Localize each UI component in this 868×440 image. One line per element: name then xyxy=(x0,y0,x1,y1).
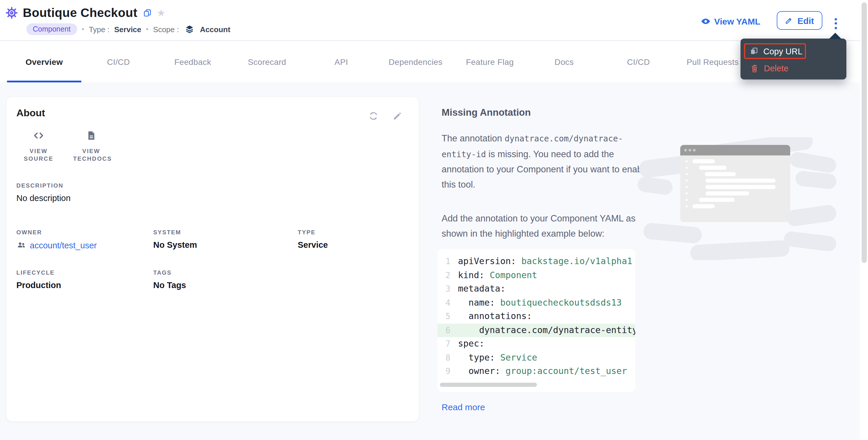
yaml-code-block: 1apiVersion: backstage.io/v1alpha1 2kind… xyxy=(437,249,635,392)
view-techdocs-label: VIEW TECHDOCS xyxy=(73,147,110,163)
tab-pull-requests[interactable]: Pull Requests xyxy=(676,41,750,82)
component-gear-icon xyxy=(5,6,18,19)
view-yaml-button[interactable]: View YAML xyxy=(701,16,761,26)
scope-value: Account xyxy=(200,25,230,34)
tab-scorecard[interactable]: Scorecard xyxy=(230,41,304,82)
type-field-value: Service xyxy=(298,240,409,249)
owner-value: account/test_user xyxy=(30,240,97,250)
description-label: DESCRIPTION xyxy=(17,182,419,189)
code-line-6-highlighted: 6 dynatrace.com/dynatrace-entity-id: xyxy=(437,324,635,337)
docs-icon xyxy=(86,130,96,141)
lifecycle-label: LIFECYCLE xyxy=(17,269,153,276)
menu-item-copy-url[interactable]: Copy URL xyxy=(744,43,806,59)
edit-about-pencil-icon[interactable] xyxy=(393,111,402,121)
code-horizontal-scrollbar[interactable] xyxy=(440,382,633,386)
entity-meta-row: Component • Type : Service • Scope : Acc… xyxy=(26,23,230,35)
tab-feedback[interactable]: Feedback xyxy=(156,41,230,82)
trash-icon xyxy=(750,64,758,73)
missing-annotation-panel: Missing Annotation The annotation dynatr… xyxy=(442,107,653,412)
page: Boutique Checkout ★ Component • Type : S… xyxy=(0,0,868,440)
lifecycle-value: Production xyxy=(17,280,153,290)
pencil-icon xyxy=(785,16,794,25)
view-techdocs-link[interactable]: VIEW TECHDOCS xyxy=(69,130,114,163)
about-fields-grid: OWNER account/test_user SYSTEM No System xyxy=(6,229,419,290)
system-field: SYSTEM No System xyxy=(153,229,298,250)
entity-tabs: Overview CI/CD Feedback Scorecard API De… xyxy=(0,41,868,82)
system-label: SYSTEM xyxy=(153,229,298,235)
code-icon xyxy=(33,130,44,141)
annotation-instruction: Add the annotation to your Component YAM… xyxy=(442,211,650,241)
eye-icon xyxy=(701,16,711,26)
tab-api[interactable]: API xyxy=(304,41,378,82)
owner-link[interactable]: account/test_user xyxy=(17,240,153,250)
code-line-8: 8 type: Service xyxy=(437,351,635,365)
view-source-link[interactable]: VIEW SOURCE xyxy=(17,130,61,163)
tab-feature-flag[interactable]: Feature Flag xyxy=(453,41,527,82)
about-title: About xyxy=(17,107,45,119)
overview-content: About xyxy=(0,82,860,440)
delete-label: Delete xyxy=(764,64,788,73)
tags-field: TAGS No Tags xyxy=(153,269,298,290)
lifecycle-field: LIFECYCLE Production xyxy=(17,269,153,290)
owner-field: OWNER account/test_user xyxy=(17,229,153,250)
kind-badge: Component xyxy=(26,23,77,35)
copy-name-icon[interactable] xyxy=(143,9,152,17)
tab-overview[interactable]: Overview xyxy=(7,41,81,82)
read-more-link[interactable]: Read more xyxy=(442,402,485,412)
refresh-icon[interactable] xyxy=(369,111,378,121)
owner-label: OWNER xyxy=(17,229,153,235)
view-source-label: VIEW SOURCE xyxy=(21,147,57,163)
about-card: About xyxy=(6,97,419,421)
code-scrollbar-thumb[interactable] xyxy=(440,382,537,386)
copy-url-label: Copy URL xyxy=(763,46,803,56)
separator-dot: • xyxy=(146,25,148,33)
more-options-menu: Copy URL Delete xyxy=(741,39,846,79)
tab-cicd-2[interactable]: CI/CD xyxy=(601,41,676,82)
tags-value: No Tags xyxy=(153,280,298,290)
edit-label: Edit xyxy=(798,15,814,26)
menu-item-delete[interactable]: Delete xyxy=(750,64,788,73)
separator-dot: • xyxy=(82,25,84,33)
vertical-scrollbar-thumb[interactable] xyxy=(861,2,867,263)
scope-label: Scope : xyxy=(153,25,179,34)
entity-header: Boutique Checkout ★ Component • Type : S… xyxy=(0,0,868,40)
tab-dependencies[interactable]: Dependencies xyxy=(378,41,453,82)
favorite-star-icon[interactable]: ★ xyxy=(157,8,166,18)
illustration-window xyxy=(680,145,790,222)
browser-window-illustration xyxy=(638,137,836,260)
code-line-2: 2kind: Component xyxy=(437,269,635,282)
type-value: Service xyxy=(114,25,142,34)
type-field-label: TYPE xyxy=(298,229,409,235)
page-title: Boutique Checkout xyxy=(23,6,137,20)
code-line-4: 4 name: boutiquecheckoutsdsds13 xyxy=(437,296,635,310)
code-line-5: 5 annotations: xyxy=(437,310,635,324)
code-line-7: 7spec: xyxy=(437,337,635,351)
type-label: Type : xyxy=(89,25,110,34)
vertical-scrollbar-track[interactable] xyxy=(860,0,868,440)
layers-icon xyxy=(185,25,194,34)
code-line-1: 1apiVersion: backstage.io/v1alpha1 xyxy=(437,255,635,269)
missing-annotation-title: Missing Annotation xyxy=(442,107,653,118)
view-yaml-label: View YAML xyxy=(714,16,761,26)
system-value: No System xyxy=(153,240,298,249)
more-options-kebab-button[interactable] xyxy=(832,16,839,31)
menu-arrow xyxy=(829,33,842,39)
missing-annotation-body: The annotation dynatrace.com/dynatrace-e… xyxy=(442,131,650,192)
about-links: VIEW SOURCE VIEW TECHDOCS xyxy=(6,121,419,163)
description-value: No description xyxy=(17,194,419,203)
people-icon xyxy=(17,240,26,250)
copy-icon xyxy=(750,47,758,56)
code-line-3: 3metadata: xyxy=(437,282,635,296)
edit-button[interactable]: Edit xyxy=(777,11,823,30)
tab-docs[interactable]: Docs xyxy=(527,41,601,82)
type-field: TYPE Service xyxy=(298,229,409,250)
tags-label: TAGS xyxy=(153,269,298,276)
tab-cicd[interactable]: CI/CD xyxy=(81,41,156,82)
code-line-9: 9 owner: group:account/test_user xyxy=(437,365,635,378)
